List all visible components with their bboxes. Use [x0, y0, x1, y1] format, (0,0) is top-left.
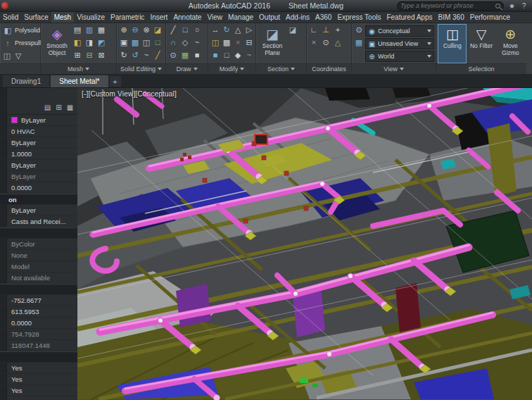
solid-editing-tool-icon[interactable]: ⊗ [141, 24, 152, 35]
solid-editing-tool-icon[interactable]: □ [152, 37, 163, 48]
solid-editing-tool-icon[interactable]: ╱ [152, 49, 163, 61]
visual-style-dropdown[interactable]: ◉ Conceptual [365, 25, 434, 37]
property-row[interactable]: 0 HVAC [0, 126, 77, 137]
viewport-3d-scene[interactable] [77, 88, 532, 400]
panel-label-modify[interactable]: Modify [208, 63, 255, 74]
coordinates-tool-icon[interactable]: ⊙ [320, 37, 331, 48]
solid-tool-icon[interactable]: ▽ [13, 50, 24, 61]
tab-performance[interactable]: Performance [467, 12, 513, 23]
panel-label-coordinates[interactable]: Coordinates [307, 63, 351, 74]
solid-editing-tool-icon[interactable]: ▣ [118, 37, 129, 48]
tab-visualize[interactable]: Visualize [74, 12, 108, 23]
solid-editing-tool-icon[interactable]: ⊕ [118, 24, 129, 35]
property-row[interactable]: ByLayer [0, 171, 77, 182]
draw-tool-icon[interactable]: ╱ [167, 24, 179, 35]
property-row[interactable]: 118047.1448 [0, 340, 77, 351]
modify-tool-icon[interactable]: ◆ [232, 49, 243, 61]
properties-section-header[interactable] [0, 227, 77, 239]
solid-editing-tool-icon[interactable]: ▩ [129, 37, 141, 48]
modify-tool-icon[interactable]: ↻ [221, 24, 232, 35]
view-preset-dropdown[interactable]: ▣ Unsaved View [365, 38, 434, 49]
solid-editing-tool-icon[interactable]: ↻ [118, 49, 129, 61]
modify-tool-icon[interactable]: ↔ [210, 24, 221, 35]
mesh-tool-icon[interactable]: ⊞ [72, 49, 83, 61]
draw-tool-icon[interactable]: ◇ [179, 37, 191, 48]
property-row[interactable]: Not available [0, 273, 77, 284]
mesh-tool-icon[interactable]: ◩ [96, 37, 107, 48]
modify-tool-icon[interactable]: △ [232, 24, 243, 35]
tab-solid[interactable]: Solid [0, 12, 21, 23]
properties-toolbar-icon[interactable]: ▦ [65, 103, 75, 112]
tab-view[interactable]: View [204, 12, 225, 23]
solid-tool-icon[interactable]: ◫ [1, 50, 13, 61]
file-tab-sheet-metal[interactable]: Sheet Metal* [51, 75, 108, 87]
viewport-controls[interactable]: [-][Custom View][Conceptual] [82, 90, 177, 98]
tab-surface[interactable]: Surface [21, 12, 51, 23]
app-logo-icon[interactable] [1, 2, 8, 9]
tab-parametric[interactable]: Parametric [108, 12, 147, 23]
modify-tool-icon[interactable]: ~ [243, 49, 255, 61]
properties-toolbar-icon[interactable]: ▤ [43, 103, 52, 112]
property-row[interactable]: 0.0000 [0, 182, 77, 194]
property-row[interactable]: ByLayer [0, 160, 77, 171]
properties-section-header[interactable] [0, 284, 77, 295]
property-row[interactable]: None [0, 250, 77, 261]
panel-label-solid-editing[interactable]: Solid Editing [117, 63, 165, 74]
tab-annotate[interactable]: Annotate [170, 12, 204, 23]
move-gizmo-button[interactable]: ⊕ Move Gizmo [496, 24, 525, 63]
mesh-tool-icon[interactable]: ⊟ [84, 49, 95, 61]
property-row[interactable]: 0.0000 [0, 318, 77, 329]
property-row[interactable]: Yes [0, 385, 77, 396]
property-row[interactable]: Yes [0, 374, 77, 385]
tab-output[interactable]: Output [256, 12, 283, 23]
coordinates-tool-icon[interactable]: + [332, 24, 343, 35]
property-row[interactable]: 613.5953 [0, 306, 77, 318]
view-tool-icon[interactable]: ⊙ [353, 24, 365, 35]
infocenter-icon[interactable]: ? [519, 1, 528, 11]
infocenter-search[interactable] [397, 1, 504, 11]
mesh-tool-icon[interactable]: ⊠ [96, 49, 107, 61]
coordinates-tool-icon[interactable]: ⊥ [320, 24, 331, 35]
coordinates-tool-icon[interactable]: ∟ [308, 24, 319, 35]
polysolid-button[interactable]: ◧ Polysolid [1, 24, 42, 37]
draw-tool-icon[interactable]: ○ [191, 24, 203, 35]
modify-tool-icon[interactable]: ■ [210, 49, 221, 61]
draw-tool-icon[interactable]: ~ [191, 37, 203, 48]
presspull-button[interactable]: ↑ Presspull [1, 37, 42, 49]
properties-section-header[interactable] [0, 351, 77, 363]
search-input[interactable] [400, 2, 495, 9]
property-row[interactable]: 754.7928 [0, 329, 77, 340]
file-tab-drawing1[interactable]: Drawing1 [3, 75, 49, 87]
draw-tool-icon[interactable]: ∩ [167, 37, 179, 48]
coordinates-tool-icon[interactable]: × [308, 37, 319, 48]
mesh-tool-icon[interactable]: ▦ [96, 24, 107, 35]
mesh-tool-icon[interactable]: ◧ [72, 37, 83, 48]
mesh-tool-icon[interactable]: ▥ [84, 24, 95, 35]
property-row[interactable]: ByLayer [0, 205, 77, 216]
property-row[interactable]: 1.0000 [0, 149, 77, 160]
property-row[interactable]: ByColor [0, 239, 77, 250]
mesh-tool-icon[interactable]: ◨ [84, 37, 95, 48]
section-plane-button[interactable]: ◪ Section Plane [258, 24, 287, 63]
property-row[interactable]: ByLayer [0, 115, 77, 126]
draw-tool-icon[interactable]: ■ [191, 49, 203, 61]
section-tool-icon[interactable]: ◪ [287, 24, 298, 35]
tab-a360[interactable]: A360 [312, 12, 334, 23]
tab-insert[interactable]: Insert [147, 12, 170, 23]
infocenter-icon[interactable]: ★ [507, 1, 517, 11]
modify-tool-icon[interactable]: ▩ [221, 37, 232, 48]
property-row[interactable]: -752.8677 [0, 295, 77, 306]
modify-tool-icon[interactable]: × [232, 37, 243, 48]
panel-label-mesh[interactable]: Mesh [41, 63, 116, 74]
modify-tool-icon[interactable]: ⊟ [243, 37, 255, 48]
tab-featured-apps[interactable]: Featured Apps [384, 12, 435, 23]
solid-editing-tool-icon[interactable]: ⊖ [129, 24, 141, 35]
search-icon[interactable] [495, 4, 500, 8]
tab-bim360[interactable]: BIM 360 [436, 12, 467, 23]
property-row[interactable]: Model [0, 261, 77, 273]
modify-tool-icon[interactable]: □ [221, 49, 232, 61]
panel-label-selection[interactable]: Selection [436, 63, 526, 74]
culling-button[interactable]: ◫ Culling [438, 24, 467, 63]
draw-tool-icon[interactable]: ⊙ [167, 49, 179, 61]
ucs-dropdown[interactable]: ⊕ World [365, 51, 434, 62]
